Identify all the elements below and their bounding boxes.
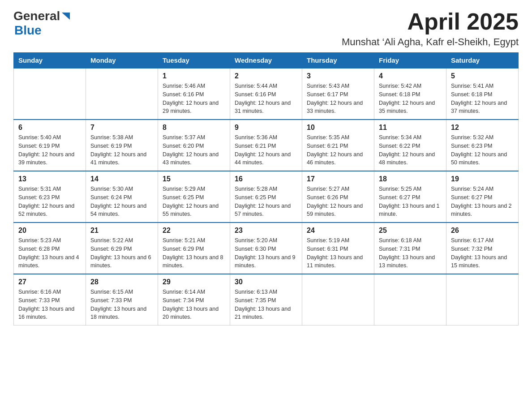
- day-info: Sunrise: 5:28 AM Sunset: 6:25 PM Dayligh…: [235, 185, 297, 218]
- day-info: Sunrise: 5:44 AM Sunset: 6:16 PM Dayligh…: [235, 82, 297, 116]
- calendar-cell: 16Sunrise: 5:28 AM Sunset: 6:25 PM Dayli…: [230, 171, 302, 223]
- calendar-cell: 6Sunrise: 5:40 AM Sunset: 6:19 PM Daylig…: [14, 120, 86, 171]
- calendar-header-row: SundayMondayTuesdayWednesdayThursdayFrid…: [14, 53, 519, 68]
- day-number: 1: [163, 72, 225, 80]
- day-number: 10: [307, 124, 369, 132]
- calendar-cell: [302, 274, 374, 325]
- calendar-cell: 23Sunrise: 5:20 AM Sunset: 6:30 PM Dayli…: [230, 223, 302, 274]
- day-info: Sunrise: 5:19 AM Sunset: 6:31 PM Dayligh…: [307, 236, 369, 270]
- calendar-cell: 25Sunrise: 6:18 AM Sunset: 7:31 PM Dayli…: [374, 223, 446, 274]
- calendar-cell: 14Sunrise: 5:30 AM Sunset: 6:24 PM Dayli…: [86, 171, 158, 223]
- calendar-week-row: 6Sunrise: 5:40 AM Sunset: 6:19 PM Daylig…: [14, 120, 519, 171]
- calendar-cell: 26Sunrise: 6:17 AM Sunset: 7:32 PM Dayli…: [446, 223, 519, 274]
- calendar-cell: 4Sunrise: 5:42 AM Sunset: 6:18 PM Daylig…: [374, 68, 446, 120]
- day-info: Sunrise: 5:34 AM Sunset: 6:22 PM Dayligh…: [379, 133, 442, 167]
- day-number: 15: [163, 175, 225, 183]
- day-info: Sunrise: 5:20 AM Sunset: 6:30 PM Dayligh…: [235, 236, 297, 270]
- day-number: 27: [18, 278, 81, 286]
- day-info: Sunrise: 6:17 AM Sunset: 7:32 PM Dayligh…: [451, 236, 514, 270]
- day-number: 16: [235, 175, 297, 183]
- calendar-week-row: 20Sunrise: 5:23 AM Sunset: 6:28 PM Dayli…: [14, 223, 519, 274]
- calendar-cell: 1Sunrise: 5:46 AM Sunset: 6:16 PM Daylig…: [158, 68, 230, 120]
- calendar-cell: 21Sunrise: 5:22 AM Sunset: 6:29 PM Dayli…: [86, 223, 158, 274]
- day-info: Sunrise: 5:27 AM Sunset: 6:26 PM Dayligh…: [307, 185, 369, 218]
- calendar-cell: 29Sunrise: 6:14 AM Sunset: 7:34 PM Dayli…: [158, 274, 230, 325]
- calendar-cell: 3Sunrise: 5:43 AM Sunset: 6:17 PM Daylig…: [302, 68, 374, 120]
- calendar-table: SundayMondayTuesdayWednesdayThursdayFrid…: [13, 52, 519, 325]
- month-title: April 2025: [342, 9, 519, 34]
- calendar-cell: [14, 68, 86, 120]
- day-info: Sunrise: 5:30 AM Sunset: 6:24 PM Dayligh…: [90, 185, 153, 218]
- calendar-cell: 12Sunrise: 5:32 AM Sunset: 6:23 PM Dayli…: [446, 120, 519, 171]
- day-info: Sunrise: 5:37 AM Sunset: 6:20 PM Dayligh…: [163, 133, 225, 167]
- calendar-cell: 19Sunrise: 5:24 AM Sunset: 6:27 PM Dayli…: [446, 171, 519, 223]
- day-info: Sunrise: 5:24 AM Sunset: 6:27 PM Dayligh…: [451, 185, 514, 218]
- svg-marker-0: [62, 13, 70, 20]
- day-number: 30: [235, 278, 297, 286]
- page-header: General Blue April 2025 Munshat ‘Ali Agh…: [13, 9, 519, 48]
- calendar-cell: 30Sunrise: 6:13 AM Sunset: 7:35 PM Dayli…: [230, 274, 302, 325]
- day-number: 18: [379, 175, 442, 183]
- day-number: 9: [235, 124, 297, 132]
- day-number: 23: [235, 227, 297, 235]
- calendar-cell: 24Sunrise: 5:19 AM Sunset: 6:31 PM Dayli…: [302, 223, 374, 274]
- calendar-cell: [374, 274, 446, 325]
- calendar-cell: 18Sunrise: 5:25 AM Sunset: 6:27 PM Dayli…: [374, 171, 446, 223]
- calendar-cell: 7Sunrise: 5:38 AM Sunset: 6:19 PM Daylig…: [86, 120, 158, 171]
- day-number: 6: [18, 124, 81, 132]
- calendar-cell: 13Sunrise: 5:31 AM Sunset: 6:23 PM Dayli…: [14, 171, 86, 223]
- column-header-wednesday: Wednesday: [230, 53, 302, 68]
- day-number: 21: [90, 227, 153, 235]
- day-info: Sunrise: 5:29 AM Sunset: 6:25 PM Dayligh…: [163, 185, 225, 218]
- day-number: 11: [379, 124, 442, 132]
- column-header-monday: Monday: [86, 53, 158, 68]
- day-number: 20: [18, 227, 81, 235]
- calendar-cell: 15Sunrise: 5:29 AM Sunset: 6:25 PM Dayli…: [158, 171, 230, 223]
- day-number: 2: [235, 72, 297, 80]
- day-info: Sunrise: 5:36 AM Sunset: 6:21 PM Dayligh…: [235, 133, 297, 167]
- day-number: 28: [90, 278, 153, 286]
- column-header-friday: Friday: [374, 53, 446, 68]
- day-number: 29: [163, 278, 225, 286]
- day-number: 22: [163, 227, 225, 235]
- calendar-cell: 20Sunrise: 5:23 AM Sunset: 6:28 PM Dayli…: [14, 223, 86, 274]
- calendar-cell: 22Sunrise: 5:21 AM Sunset: 6:29 PM Dayli…: [158, 223, 230, 274]
- column-header-saturday: Saturday: [446, 53, 519, 68]
- day-info: Sunrise: 6:18 AM Sunset: 7:31 PM Dayligh…: [379, 236, 442, 270]
- calendar-cell: [446, 274, 519, 325]
- calendar-cell: [86, 68, 158, 120]
- calendar-cell: 28Sunrise: 6:15 AM Sunset: 7:33 PM Dayli…: [86, 274, 158, 325]
- day-info: Sunrise: 6:13 AM Sunset: 7:35 PM Dayligh…: [235, 288, 297, 321]
- day-info: Sunrise: 5:25 AM Sunset: 6:27 PM Dayligh…: [379, 185, 442, 218]
- day-number: 24: [307, 227, 369, 235]
- calendar-cell: 17Sunrise: 5:27 AM Sunset: 6:26 PM Dayli…: [302, 171, 374, 223]
- calendar-cell: 2Sunrise: 5:44 AM Sunset: 6:16 PM Daylig…: [230, 68, 302, 120]
- calendar-week-row: 1Sunrise: 5:46 AM Sunset: 6:16 PM Daylig…: [14, 68, 519, 120]
- calendar-cell: 11Sunrise: 5:34 AM Sunset: 6:22 PM Dayli…: [374, 120, 446, 171]
- day-number: 8: [163, 124, 225, 132]
- day-info: Sunrise: 6:16 AM Sunset: 7:33 PM Dayligh…: [18, 288, 81, 321]
- day-number: 26: [451, 227, 514, 235]
- day-number: 3: [307, 72, 369, 80]
- day-info: Sunrise: 5:40 AM Sunset: 6:19 PM Dayligh…: [18, 133, 81, 167]
- day-number: 25: [379, 227, 442, 235]
- day-info: Sunrise: 5:42 AM Sunset: 6:18 PM Dayligh…: [379, 82, 442, 116]
- day-number: 5: [451, 72, 514, 80]
- day-info: Sunrise: 6:15 AM Sunset: 7:33 PM Dayligh…: [90, 288, 153, 321]
- day-info: Sunrise: 5:38 AM Sunset: 6:19 PM Dayligh…: [90, 133, 153, 167]
- day-info: Sunrise: 5:41 AM Sunset: 6:18 PM Dayligh…: [451, 82, 514, 116]
- day-info: Sunrise: 5:43 AM Sunset: 6:17 PM Dayligh…: [307, 82, 369, 116]
- day-number: 4: [379, 72, 442, 80]
- calendar-week-row: 27Sunrise: 6:16 AM Sunset: 7:33 PM Dayli…: [14, 274, 519, 325]
- day-number: 7: [90, 124, 153, 132]
- day-info: Sunrise: 5:46 AM Sunset: 6:16 PM Dayligh…: [163, 82, 225, 116]
- title-block: April 2025 Munshat ‘Ali Agha, Kafr el-Sh…: [342, 9, 519, 48]
- logo: General Blue: [13, 9, 71, 38]
- day-info: Sunrise: 6:14 AM Sunset: 7:34 PM Dayligh…: [163, 288, 225, 321]
- day-number: 19: [451, 175, 514, 183]
- day-info: Sunrise: 5:32 AM Sunset: 6:23 PM Dayligh…: [451, 133, 514, 167]
- column-header-thursday: Thursday: [302, 53, 374, 68]
- day-number: 17: [307, 175, 369, 183]
- day-info: Sunrise: 5:23 AM Sunset: 6:28 PM Dayligh…: [18, 236, 81, 270]
- calendar-cell: 8Sunrise: 5:37 AM Sunset: 6:20 PM Daylig…: [158, 120, 230, 171]
